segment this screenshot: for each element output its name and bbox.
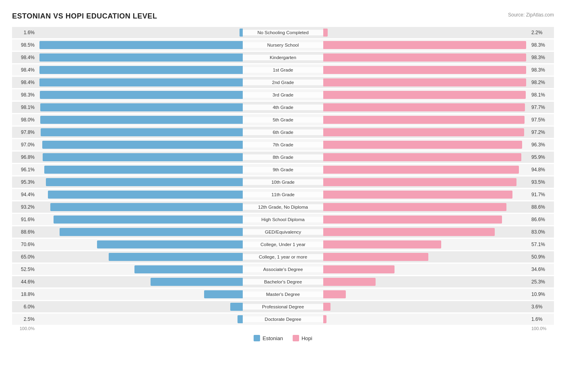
right-bar-wrap	[323, 226, 530, 238]
bar-label: 6th Grade	[243, 129, 323, 135]
bars-center: College, Under 1 year	[36, 239, 530, 250]
right-value: 97.7%	[530, 105, 554, 110]
axis-row: 100.0% 100.0%	[12, 326, 554, 331]
blue-bar	[39, 78, 243, 86]
left-bar-wrap	[36, 52, 243, 63]
blue-bar	[44, 166, 243, 174]
left-bar-wrap	[36, 77, 243, 88]
left-value: 91.6%	[12, 217, 36, 222]
right-bar-wrap	[323, 164, 530, 175]
blue-bar	[39, 53, 243, 62]
pink-bar	[323, 228, 495, 236]
bar-row: 98.3%3rd Grade98.1%	[12, 89, 554, 101]
chart-area: 1.6%No Schooling Completed2.2%98.5%Nurse…	[12, 27, 554, 331]
bars-center: 7th Grade	[36, 139, 530, 150]
bar-row: 70.6%College, Under 1 year57.1%	[12, 239, 554, 250]
bar-row: 96.8%8th Grade95.9%	[12, 152, 554, 163]
bars-center: Master's Degree	[36, 289, 530, 300]
hopi-swatch	[293, 335, 299, 341]
pink-bar	[323, 265, 395, 273]
right-value: 96.3%	[530, 142, 554, 148]
bar-row: 6.0%Professional Degree3.6%	[12, 301, 554, 312]
bar-row: 98.5%Nursery School98.3%	[12, 39, 554, 51]
right-bar-wrap	[323, 177, 530, 188]
left-bar-wrap	[36, 102, 243, 113]
pink-bar	[323, 141, 522, 149]
bar-row: 98.0%5th Grade97.5%	[12, 114, 554, 125]
left-bar-wrap	[36, 251, 243, 263]
right-value: 98.3%	[530, 67, 554, 73]
bars-center: 12th Grade, No Diploma	[36, 201, 530, 213]
bars-center: GED/Equivalency	[36, 226, 530, 238]
bars-center: College, 1 year or more	[36, 251, 530, 263]
blue-bar	[41, 128, 243, 136]
bars-center: Doctorate Degree	[36, 314, 530, 325]
right-value: 98.3%	[530, 42, 554, 48]
right-value: 93.5%	[530, 179, 554, 185]
bars-center: No Schooling Completed	[36, 27, 530, 38]
right-bar-wrap	[323, 114, 530, 125]
bars-center: 3rd Grade	[36, 89, 530, 101]
left-bar-wrap	[36, 177, 243, 188]
left-value: 2.5%	[12, 316, 36, 322]
right-value: 83.0%	[530, 229, 554, 235]
axis-right: 100.0%	[530, 326, 554, 331]
pink-bar	[323, 153, 521, 161]
bars-center: Professional Degree	[36, 301, 530, 312]
bars-center: High School Diploma	[36, 214, 530, 225]
right-bar-wrap	[323, 152, 530, 163]
pink-bar	[323, 166, 519, 174]
blue-bar	[240, 29, 243, 37]
pink-bar	[323, 303, 331, 311]
right-bar-wrap	[323, 64, 530, 76]
pink-bar	[323, 53, 526, 62]
left-bar-wrap	[36, 64, 243, 76]
left-bar-wrap	[36, 239, 243, 250]
right-bar-wrap	[323, 89, 530, 101]
bar-row: 44.6%Bachelor's Degree25.3%	[12, 276, 554, 287]
right-bar-wrap	[323, 139, 530, 150]
bars-center: 2nd Grade	[36, 77, 530, 88]
left-value: 65.0%	[12, 254, 36, 260]
blue-bar	[204, 290, 243, 298]
bar-label: 9th Grade	[243, 167, 323, 172]
bar-row: 98.4%1st Grade98.3%	[12, 64, 554, 76]
bars-center: 11th Grade	[36, 189, 530, 200]
right-bar-wrap	[323, 264, 530, 275]
right-value: 50.9%	[530, 254, 554, 260]
right-bar-wrap	[323, 102, 530, 113]
pink-bar	[323, 253, 428, 261]
blue-bar	[46, 178, 243, 186]
bar-row: 2.5%Doctorate Degree1.6%	[12, 314, 554, 325]
chart-header: ESTONIAN VS HOPI EDUCATION LEVEL Source:…	[12, 12, 554, 21]
bar-row: 98.4%2nd Grade98.2%	[12, 77, 554, 88]
bar-label: 1st Grade	[243, 67, 323, 73]
bar-label: 5th Grade	[243, 117, 323, 123]
left-value: 98.4%	[12, 80, 36, 85]
right-value: 94.8%	[530, 167, 554, 172]
right-value: 34.6%	[530, 267, 554, 272]
pink-bar	[323, 240, 441, 248]
bar-label: 8th Grade	[243, 154, 323, 160]
left-bar-wrap	[36, 27, 243, 38]
bar-label: No Schooling Completed	[243, 30, 323, 35]
bar-row: 93.2%12th Grade, No Diploma88.6%	[12, 201, 554, 213]
right-value: 98.2%	[530, 80, 554, 85]
right-value: 91.7%	[530, 192, 554, 197]
bar-row: 18.8%Master's Degree10.9%	[12, 289, 554, 300]
blue-bar	[48, 191, 243, 199]
left-value: 18.8%	[12, 291, 36, 297]
blue-bar	[238, 315, 243, 323]
right-bar-wrap	[323, 77, 530, 88]
bar-label: GED/Equivalency	[243, 229, 323, 235]
right-value: 2.2%	[530, 30, 554, 35]
left-value: 1.6%	[12, 30, 36, 35]
pink-bar	[323, 203, 506, 211]
left-bar-wrap	[36, 214, 243, 225]
right-bar-wrap	[323, 189, 530, 200]
bar-label: Associate's Degree	[243, 267, 323, 272]
left-value: 98.5%	[12, 42, 36, 48]
right-bar-wrap	[323, 276, 530, 287]
pink-bar	[323, 116, 525, 124]
bars-center: Kindergarten	[36, 52, 530, 63]
